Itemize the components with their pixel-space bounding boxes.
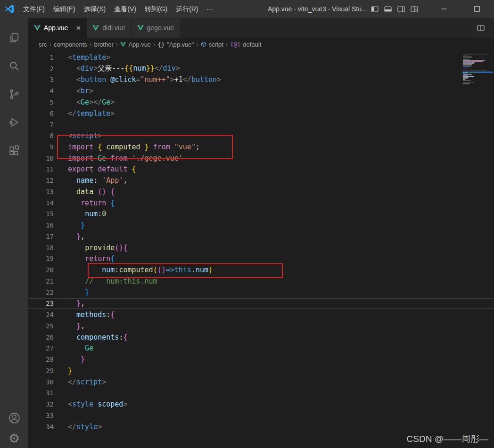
line-number: 19	[28, 255, 68, 262]
code-line-17[interactable]: 17 },	[28, 231, 494, 242]
source-control-icon[interactable]	[3, 83, 25, 106]
code-line-16[interactable]: 16 }	[28, 220, 494, 231]
line-content: <script>	[68, 131, 102, 140]
split-editor-icon[interactable]	[474, 21, 487, 34]
line-number: 29	[28, 367, 68, 375]
settings-gear-icon[interactable]: ⚙	[3, 427, 25, 448]
menu-item-5[interactable]: 运行(R)	[172, 0, 202, 18]
code-line-13[interactable]: 13 data () {	[28, 186, 494, 197]
code-line-22[interactable]: 22 }	[28, 287, 494, 298]
line-content: }	[68, 355, 85, 364]
toggle-secondary-sidebar-icon[interactable]	[395, 2, 408, 16]
code-line-7[interactable]: 7	[28, 119, 494, 130]
code-line-30[interactable]: 30</script>	[28, 376, 494, 388]
code-line-23[interactable]: 23 },	[28, 298, 494, 310]
close-icon[interactable]: ×	[76, 24, 81, 32]
code-line-15[interactable]: 15 num:0	[28, 209, 494, 220]
menu-item-0[interactable]: 文件(F)	[19, 0, 49, 18]
tab-bar: App.vue×didi.vuegege.vue	[28, 18, 494, 38]
minimap[interactable]	[463, 53, 493, 84]
code-line-5[interactable]: 5 <Ge></Ge>	[28, 97, 494, 108]
code-line-28[interactable]: 28 }	[28, 354, 494, 365]
line-number: 12	[28, 177, 68, 184]
breadcrumb-item-1[interactable]: components	[53, 41, 88, 48]
breadcrumb-item-5[interactable]: script	[200, 41, 224, 48]
tab-didi.vue[interactable]: didi.vue	[87, 18, 131, 38]
code-line-2[interactable]: 2 <div>父亲---{{num}}</div>	[28, 63, 494, 74]
breadcrumb-label: "App.vue"	[167, 41, 194, 48]
customize-layout-icon[interactable]	[408, 2, 421, 16]
line-content: return{	[68, 254, 115, 263]
breadcrumb-label: default	[243, 41, 261, 48]
line-number: 33	[28, 412, 68, 419]
search-icon[interactable]	[3, 55, 25, 77]
line-content: methods:{	[68, 310, 115, 319]
menu-item-2[interactable]: 选择(S)	[80, 0, 110, 18]
line-number: 20	[28, 266, 68, 274]
account-icon[interactable]	[3, 407, 25, 429]
breadcrumb-item-2[interactable]: brother	[93, 41, 115, 48]
line-number: 18	[28, 244, 68, 252]
code-line-34[interactable]: 34</style>	[28, 421, 494, 432]
code-line-18[interactable]: 18 provide(){	[28, 242, 494, 253]
line-content: <button @click="num++">+1</button>	[68, 75, 221, 84]
menu-item-6[interactable]: ⋯	[203, 0, 218, 18]
code-line-4[interactable]: 4 <br>	[28, 85, 494, 97]
code-line-26[interactable]: 26 components:{	[28, 332, 494, 343]
line-content: num:computed(()=>this.num)	[68, 266, 213, 274]
extensions-icon[interactable]	[3, 139, 25, 162]
code-line-12[interactable]: 12 name: 'App',	[28, 175, 494, 186]
line-number: 3	[28, 76, 68, 83]
toggle-panel-icon[interactable]	[381, 2, 395, 16]
line-number: 26	[28, 334, 68, 341]
explorer-icon[interactable]	[3, 26, 25, 49]
window-title: App.vue - vite_vue3 - Visual Stu...	[268, 0, 367, 18]
breadcrumb-item-0[interactable]: src	[38, 41, 48, 48]
code-line-21[interactable]: 21 // num:this.num	[28, 276, 494, 287]
code-line-27[interactable]: 27 Ge	[28, 343, 494, 354]
line-number: 11	[28, 165, 68, 173]
code-line-9[interactable]: 9import { computed } from "vue";	[28, 141, 494, 153]
code-line-8[interactable]: 8<script>	[28, 130, 494, 141]
code-line-14[interactable]: 14 return {	[28, 197, 494, 209]
code-line-32[interactable]: 32<style scoped>	[28, 399, 494, 410]
code-line-31[interactable]: 31	[28, 388, 494, 399]
menu-item-3[interactable]: 查看(V)	[110, 0, 140, 18]
breadcrumb-item-3[interactable]: App.vue	[119, 41, 152, 48]
toggle-sidebar-icon[interactable]	[368, 2, 381, 16]
code-line-24[interactable]: 24 methods:{	[28, 309, 494, 320]
code-line-25[interactable]: 25 },	[28, 320, 494, 332]
line-number: 14	[28, 199, 68, 207]
line-content: provide(){	[68, 244, 127, 252]
line-content: return {	[68, 199, 115, 207]
breadcrumb-item-6[interactable]: [@]default	[230, 41, 263, 48]
breadcrumb-label: brother	[94, 41, 114, 48]
code-line-19[interactable]: 19 return{	[28, 253, 494, 265]
breadcrumb-item-4[interactable]: {}"App.vue"	[157, 41, 195, 48]
tab-App.vue[interactable]: App.vue×	[28, 18, 87, 38]
maximize-icon[interactable]	[466, 0, 487, 18]
menu-item-1[interactable]: 编辑(E)	[49, 0, 80, 18]
code-line-6[interactable]: 6</template>	[28, 108, 494, 119]
line-content: },	[68, 232, 85, 241]
editor-group: App.vue×didi.vuegege.vue src›components›…	[28, 18, 494, 448]
line-number: 32	[28, 400, 68, 408]
code-line-33[interactable]: 33	[28, 410, 494, 421]
code-line-29[interactable]: 29}	[28, 365, 494, 376]
code-line-10[interactable]: 10import Ge from './gege.vue'	[28, 153, 494, 164]
line-number: 23	[28, 300, 68, 307]
editor: 1<template>2 <div>父亲---{{num}}</div>3 <b…	[28, 51, 494, 448]
activity-bar: ⚙	[0, 18, 28, 448]
tab-gege.vue[interactable]: gege.vue	[132, 18, 181, 38]
code-line-1[interactable]: 1<template>	[28, 52, 494, 63]
code-line-3[interactable]: 3 <button @click="num++">+1</button>	[28, 74, 494, 86]
vue-icon	[92, 25, 99, 31]
line-content: }	[68, 367, 72, 375]
chevron-right-icon: ›	[224, 41, 230, 48]
run-debug-icon[interactable]	[3, 111, 25, 134]
line-number: 28	[28, 356, 68, 363]
minimize-icon[interactable]	[433, 0, 454, 18]
code-line-11[interactable]: 11export default {	[28, 164, 494, 175]
menu-item-4[interactable]: 转到(G)	[140, 0, 172, 18]
code-line-20[interactable]: 20 num:computed(()=>this.num)	[28, 264, 494, 276]
